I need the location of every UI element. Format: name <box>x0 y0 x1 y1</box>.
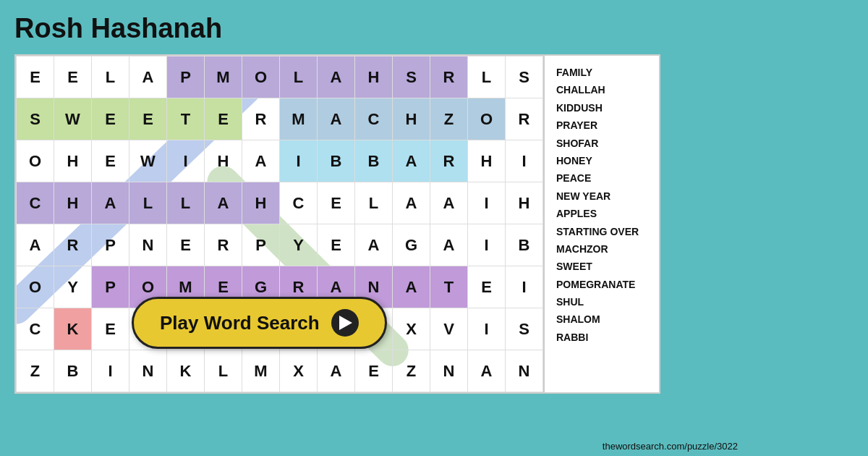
grid-cell: A <box>318 56 355 98</box>
grid-cell: I <box>167 140 205 182</box>
app-container: Rosh Hashanah EELAPMOLAHSRLSSWEETERMACHZ… <box>0 0 868 456</box>
grid-cell: R <box>430 140 468 182</box>
grid-cell: L <box>205 350 242 392</box>
grid-cell: A <box>92 182 129 224</box>
grid-cell: A <box>129 56 167 98</box>
grid-cell: E <box>468 266 506 308</box>
grid-cell: H <box>393 98 430 140</box>
grid-cell: R <box>506 98 543 140</box>
grid-cell: X <box>280 350 318 392</box>
grid-cell: B <box>506 224 543 266</box>
grid-cell: M <box>280 98 318 140</box>
grid-cell: I <box>280 140 318 182</box>
grid-cell: T <box>167 98 205 140</box>
puzzle-area: EELAPMOLAHSRLSSWEETERMACHZOROHEWIHAIBBAR… <box>14 54 545 394</box>
grid-cell: A <box>430 224 468 266</box>
grid-cell: B <box>318 140 355 182</box>
grid-cell: E <box>54 56 92 98</box>
grid-cell: Z <box>393 350 430 392</box>
grid-cell: W <box>129 140 167 182</box>
word-list-item: SHALOM <box>556 311 647 327</box>
word-list-item: HONEY <box>556 153 647 169</box>
grid-cell: O <box>17 266 54 308</box>
grid-cell: E <box>92 308 129 350</box>
grid-cell: Y <box>280 224 318 266</box>
grid-cell: L <box>167 182 205 224</box>
grid-row: ARPNERPYEAGAIB <box>17 224 543 266</box>
grid-cell: E <box>129 98 167 140</box>
grid-cell: A <box>355 224 393 266</box>
grid-cell: L <box>92 56 129 98</box>
grid-cell: L <box>468 56 506 98</box>
grid-cell: S <box>506 56 543 98</box>
grid-cell: R <box>430 56 468 98</box>
attribution: thewordsearch.com/puzzle/3022 <box>603 441 738 452</box>
grid-cell: S <box>506 308 543 350</box>
grid-cell: K <box>167 350 205 392</box>
grid-cell: P <box>92 266 129 308</box>
grid-cell: N <box>430 350 468 392</box>
grid-cell: A <box>468 350 506 392</box>
grid-cell: E <box>205 98 242 140</box>
word-list-item: SHUL <box>556 294 647 310</box>
word-list: FAMILYCHALLAHKIDDUSHPRAYERSHOFARHONEYPEA… <box>545 54 660 394</box>
grid-cell: Z <box>430 98 468 140</box>
grid-cell: E <box>318 182 355 224</box>
word-list-item: SHOFAR <box>556 135 647 151</box>
grid-cell: A <box>393 266 430 308</box>
grid-cell: G <box>393 224 430 266</box>
play-word-search-button[interactable]: Play Word Search <box>132 297 387 349</box>
grid-cell: V <box>430 308 468 350</box>
grid-cell: T <box>430 266 468 308</box>
grid-cell: H <box>355 56 393 98</box>
grid-row: OHEWIHAIBBARHI <box>17 140 543 182</box>
word-list-item: STARTING OVER <box>556 224 647 240</box>
grid-cell: A <box>318 98 355 140</box>
grid-cell: P <box>242 224 280 266</box>
grid-cell: H <box>468 140 506 182</box>
grid-cell: I <box>506 140 543 182</box>
word-list-item: SWEET <box>556 258 647 274</box>
grid-row: CHALLAHCELAAIH <box>17 182 543 224</box>
grid-cell: A <box>205 182 242 224</box>
grid-cell: A <box>318 350 355 392</box>
grid-cell: N <box>129 350 167 392</box>
grid-cell: N <box>129 224 167 266</box>
grid-cell: O <box>17 140 54 182</box>
grid-cell: B <box>355 140 393 182</box>
word-list-item: FAMILY <box>556 64 647 80</box>
grid-row: ZBINKLMXAEZNAN <box>17 350 543 392</box>
grid-cell: C <box>17 182 54 224</box>
grid-cell: P <box>167 56 205 98</box>
grid-cell: L <box>280 56 318 98</box>
grid-cell: R <box>54 224 92 266</box>
grid-cell: A <box>17 224 54 266</box>
grid-cell: I <box>92 350 129 392</box>
grid-cell: O <box>242 56 280 98</box>
grid-cell: I <box>468 224 506 266</box>
play-button-label: Play Word Search <box>160 312 320 334</box>
grid-cell: K <box>54 308 92 350</box>
word-list-item: CHALLAH <box>556 82 647 98</box>
grid-cell: B <box>54 350 92 392</box>
word-list-item: NEW YEAR <box>556 188 647 204</box>
word-list-item: PRAYER <box>556 117 647 133</box>
grid-cell: W <box>54 98 92 140</box>
grid-cell: H <box>506 182 543 224</box>
grid-cell: O <box>468 98 506 140</box>
grid-cell: H <box>54 140 92 182</box>
play-button-container: Play Word Search <box>132 297 387 349</box>
grid-cell: A <box>430 182 468 224</box>
grid-cell: E <box>355 350 393 392</box>
grid-cell: Z <box>17 350 54 392</box>
grid-cell: M <box>242 350 280 392</box>
grid-cell: A <box>242 140 280 182</box>
grid-cell: I <box>468 308 506 350</box>
grid-cell: A <box>393 182 430 224</box>
play-icon <box>331 309 359 337</box>
grid-cell: I <box>468 182 506 224</box>
grid-cell: C <box>17 308 54 350</box>
main-content: EELAPMOLAHSRLSSWEETERMACHZOROHEWIHAIBBAR… <box>14 54 854 394</box>
word-list-item: PEACE <box>556 170 647 186</box>
grid-cell: C <box>280 182 318 224</box>
